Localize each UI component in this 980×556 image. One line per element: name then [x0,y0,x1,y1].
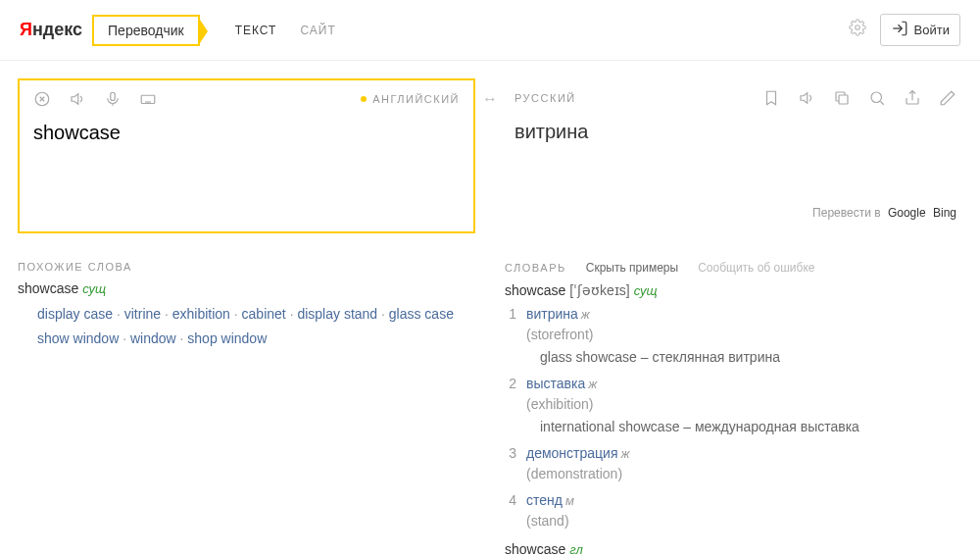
main: АНГЛИЙСКИЙ showcase ↔ РУССКИЙ витрина [0,61,980,251]
paren: (exhibition) [526,396,593,412]
clear-icon[interactable] [33,90,51,108]
similar-words: ПОХОЖИЕ СЛОВА showcase сущ display case … [18,251,475,556]
similar-title: ПОХОЖИЕ СЛОВА [18,261,475,273]
tab-site[interactable]: САЙТ [300,24,335,37]
logo-rest: ндекс [32,20,82,39]
synonym[interactable]: window [130,330,176,346]
source-input[interactable]: showcase [20,118,473,158]
svg-point-0 [855,25,859,30]
dict-title: СЛОВАРЬ [505,262,566,274]
translate-in-label: Перевести в [812,206,880,220]
keyboard-icon[interactable] [139,90,157,108]
entry-body: витринаж (storefront) glass showcase – с… [526,304,962,368]
synonym[interactable]: display stand [297,306,377,322]
similar-pos: сущ [82,281,106,296]
example: international showcase – международная в… [526,417,962,437]
translation[interactable]: демонстрация [526,445,618,461]
app-name-text: Переводчик [108,23,184,38]
entry-index: 2 [505,374,516,437]
synonym-block-1: display case · vitrine · exhibition · ca… [18,302,475,327]
settings-icon[interactable] [849,19,866,41]
target-box: РУССКИЙ витрина Перевести в Google Bing [505,78,962,229]
paren: (demonstration) [526,466,622,481]
google-link[interactable]: Google [888,206,926,220]
dictionary: СЛОВАРЬ Скрыть примеры Сообщить об ошибк… [505,251,962,556]
header: Яндекс Переводчик ТЕКСТ САЙТ Войти [0,0,980,61]
report-link[interactable]: Сообщить об ошибке [698,261,814,275]
synonym[interactable]: cabinet [242,306,286,322]
paren: (stand) [526,513,569,529]
logo-letter: Я [20,20,32,39]
gender: ж [581,307,590,322]
target-column: РУССКИЙ витрина Перевести в Google Bing [505,78,962,233]
target-toolbar: РУССКИЙ [505,79,962,117]
svg-rect-2 [111,92,116,100]
synonym[interactable]: display case [37,306,113,322]
dict-pos-v: гл [569,542,583,556]
gender: ж [621,446,630,461]
target-footer: Перевести в Google Bing [505,202,962,229]
entry-index: 1 [505,304,516,368]
bing-link[interactable]: Bing [933,206,956,220]
translation[interactable]: витрина [526,306,578,322]
dict-word-v: showcase [505,541,565,556]
yandex-logo[interactable]: Яндекс [20,20,82,40]
synonym[interactable]: show window [37,330,119,346]
entry-body: выставкаж (exhibition) international sho… [526,374,962,437]
dict-bar: СЛОВАРЬ Скрыть примеры Сообщить об ошибк… [505,261,962,275]
dict-entry: 4 стендм (stand) [505,490,962,531]
share-icon[interactable] [904,89,921,107]
dict-ipa: [ˈʃəʊkeɪs] [569,282,630,298]
dict-word: showcase [505,282,565,298]
source-lang[interactable]: АНГЛИЙСКИЙ [361,93,460,105]
source-lang-label: АНГЛИЙСКИЙ [372,93,460,105]
paren: (storefront) [526,327,593,342]
synonym[interactable]: exhibition [172,306,230,322]
login-label: Войти [914,23,950,37]
header-right: Войти [849,14,960,46]
dict-pos-n: сущ [634,283,658,298]
swap-languages[interactable]: ↔ [475,78,505,233]
similar-word: showcase [18,280,78,296]
mic-icon[interactable] [104,90,122,108]
gender: ж [588,377,597,391]
similar-head: showcase сущ [18,280,475,296]
detected-dot-icon [361,96,367,102]
bookmark-icon[interactable] [762,89,780,107]
dict-entry: 3 демонстрацияж (demonstration) [505,443,962,484]
dict-entry: 1 витринаж (storefront) glass showcase –… [505,304,962,368]
synonym[interactable]: vitrine [124,306,161,322]
svg-rect-4 [839,95,848,104]
target-icons [762,89,956,107]
synonym[interactable]: shop window [187,330,267,346]
app-name-badge[interactable]: Переводчик [92,15,200,46]
below-columns: ПОХОЖИЕ СЛОВА showcase сущ display case … [0,251,980,556]
synonym-block-2: show window · window · shop window [18,327,475,351]
example: glass showcase – стеклянная витрина [526,347,962,368]
source-column: АНГЛИЙСКИЙ showcase [18,78,475,233]
target-lang[interactable]: РУССКИЙ [514,92,576,104]
synonym[interactable]: glass case [389,306,454,322]
copy-icon[interactable] [833,89,851,107]
entry-body: демонстрацияж (demonstration) [526,443,962,484]
gender: м [565,493,574,508]
search-icon[interactable] [868,89,886,107]
login-button[interactable]: Войти [880,14,960,46]
header-tabs: ТЕКСТ САЙТ [235,24,336,37]
login-icon [891,20,908,40]
tab-text[interactable]: ТЕКСТ [235,24,277,37]
dict-entry: 2 выставкаж (exhibition) international s… [505,374,962,437]
entry-index: 4 [505,490,516,531]
translation[interactable]: выставка [526,376,585,391]
entry-body: стендм (stand) [526,490,962,531]
translation[interactable]: стенд [526,492,563,508]
hide-examples-link[interactable]: Скрыть примеры [586,261,678,275]
speaker-icon[interactable] [798,89,815,107]
entry-index: 3 [505,443,516,484]
dict-head-verb: showcase гл [505,541,962,556]
target-output: витрина [505,117,962,202]
svg-point-5 [871,92,882,103]
speaker-icon[interactable] [69,90,86,108]
edit-icon[interactable] [939,89,956,107]
source-box: АНГЛИЙСКИЙ showcase [18,78,475,233]
